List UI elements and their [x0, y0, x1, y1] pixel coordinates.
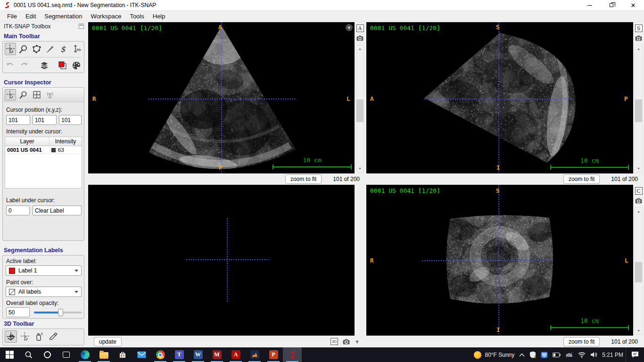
scroll-down-icon[interactable]: ▼	[356, 165, 363, 172]
zoom-to-fit-button[interactable]: zoom to fit	[285, 174, 322, 184]
3d-crosshair-button[interactable]	[19, 330, 31, 343]
inspector-tab-table[interactable]	[31, 89, 42, 100]
clock[interactable]: 5:21 PM	[600, 347, 626, 362]
layer-inspector-button[interactable]	[39, 59, 50, 72]
scrollbar-thumb[interactable]	[356, 99, 363, 122]
close-button[interactable]: ✕	[622, 0, 644, 11]
view-coronal[interactable]: 0001 US 0041 [1/20] S R L I 10 cm	[366, 185, 633, 336]
taskbar-edge[interactable]	[75, 347, 94, 362]
undo-button[interactable]	[5, 59, 17, 72]
crosshair-tool-button[interactable]	[5, 43, 16, 55]
paintbrush-tool-button[interactable]	[44, 43, 56, 55]
taskbar-search-button[interactable]	[19, 347, 38, 362]
slice-scrollbar[interactable]: ▲ ▼	[635, 45, 643, 173]
taskbar-store[interactable]	[113, 347, 132, 362]
opacity-input[interactable]	[6, 307, 30, 317]
intensity-table[interactable]: Layer Intensity 0001 US 0041 63	[5, 137, 82, 189]
minimize-button[interactable]	[579, 0, 601, 11]
defender-tray-icon[interactable]	[527, 347, 538, 362]
menu-edit[interactable]: Edit	[21, 12, 40, 21]
screenshot-camera-icon[interactable]	[343, 339, 350, 345]
scroll-up-icon[interactable]: ▲	[635, 208, 642, 215]
intensity-label: Intensity under cursor:	[6, 128, 62, 135]
zoom-to-fit-button[interactable]: zoom to fit	[563, 337, 600, 346]
action-center-button[interactable]	[626, 347, 644, 362]
view-3d-render[interactable]	[88, 185, 355, 336]
polygon-tool-button[interactable]	[31, 43, 42, 55]
zoom-to-fit-button[interactable]: zoom to fit	[563, 174, 600, 184]
inspector-tab-crosshair[interactable]	[5, 89, 16, 100]
slice-scrollbar[interactable]: ▲ ▼	[356, 45, 364, 173]
menu-segmentation[interactable]: Segmentation	[40, 12, 86, 21]
panel-layout-icon[interactable]: S	[635, 25, 643, 32]
start-button[interactable]	[0, 347, 19, 362]
screenshot-camera-icon[interactable]	[356, 35, 363, 41]
3d-trackball-button[interactable]	[5, 330, 17, 343]
float-panel-icon[interactable]	[79, 24, 84, 29]
cursor-y-input[interactable]	[33, 115, 57, 125]
table-row[interactable]: 0001 US 0041 63	[5, 146, 82, 154]
update-button[interactable]: update	[94, 337, 122, 346]
battery-tray-icon[interactable]	[550, 347, 563, 362]
ultrasound-image-sagittal[interactable]	[366, 22, 633, 173]
snake-tool-button[interactable]: $	[58, 43, 69, 55]
taskbar-itk-snap[interactable]	[283, 347, 302, 362]
scrollbar-thumb[interactable]	[635, 99, 642, 122]
menu-workspace[interactable]: Workspace	[87, 12, 126, 21]
panel-layout-icon[interactable]: A	[356, 25, 364, 32]
menu-tools[interactable]: Tools	[125, 12, 148, 21]
cursor-x-input[interactable]	[6, 115, 30, 125]
slice-scrollbar[interactable]: ▲ ▼	[635, 207, 643, 335]
label-editor-button[interactable]	[70, 59, 82, 72]
taskbar-file-explorer[interactable]	[94, 347, 113, 362]
wifi-tray-icon[interactable]	[576, 347, 588, 362]
scrollbar-thumb[interactable]	[635, 262, 642, 282]
scroll-up-icon[interactable]: ▲	[635, 45, 642, 52]
active-label-dropdown[interactable]: Label 1	[6, 265, 82, 276]
taskbar-powerpoint[interactable]: P	[264, 347, 283, 362]
taskbar-matlab[interactable]	[245, 347, 264, 362]
3d-layout-icon[interactable]: 3D	[330, 338, 338, 345]
scroll-up-icon[interactable]: ▲	[356, 45, 363, 52]
view-sagittal[interactable]: 0001 US 0041 [1/20] S A P I 10 cm	[366, 22, 633, 173]
cortana-button[interactable]	[38, 347, 57, 362]
onedrive-tray-icon[interactable]	[563, 347, 576, 362]
zoom-tool-button[interactable]	[18, 43, 29, 55]
restore-button[interactable]	[601, 0, 622, 11]
tray-expand-button[interactable]	[517, 347, 527, 362]
taskbar-mail[interactable]	[132, 347, 151, 362]
scroll-down-icon[interactable]: ▼	[635, 327, 642, 334]
label-id-input[interactable]	[6, 206, 30, 215]
menu-help[interactable]: Help	[149, 12, 170, 21]
taskbar-acrobat[interactable]: A	[226, 347, 245, 362]
3d-scalpel-button[interactable]	[47, 330, 59, 343]
taskbar-mendeley[interactable]: M	[207, 347, 226, 362]
screenshot-camera-icon[interactable]	[635, 35, 642, 41]
taskbar-word[interactable]: W	[189, 347, 207, 362]
chevron-down-icon[interactable]: ▼	[355, 339, 360, 345]
panel-layout-icon[interactable]: C	[635, 187, 643, 195]
segmentation-layer-button[interactable]	[57, 59, 68, 72]
slider-handle[interactable]	[58, 309, 63, 316]
annotation-tool-button[interactable]: Ab	[71, 43, 82, 55]
view-axial[interactable]: 0001 US 0041 [1/20] A R L P 10 cm ▼	[88, 22, 355, 173]
taskbar-chrome[interactable]	[151, 347, 170, 362]
scroll-down-icon[interactable]: ▼	[635, 165, 642, 172]
cursor-z-input[interactable]	[59, 115, 82, 125]
inspector-tab-zoom[interactable]	[18, 89, 29, 100]
menu-file[interactable]: File	[3, 12, 21, 21]
weather-widget[interactable]: 80°F Sunny	[471, 347, 517, 362]
inspector-tab-probe[interactable]	[44, 89, 56, 100]
label-name-input[interactable]	[33, 206, 82, 215]
redo-button[interactable]	[18, 59, 30, 72]
remote-app-tray-icon[interactable]	[538, 347, 550, 362]
screenshot-camera-icon[interactable]	[635, 198, 642, 204]
opacity-slider[interactable]	[34, 308, 82, 316]
volume-tray-icon[interactable]	[588, 347, 600, 362]
taskbar-teams[interactable]: T	[170, 347, 189, 362]
view-context-menu-button[interactable]: ▼	[346, 24, 353, 31]
task-view-button[interactable]	[57, 347, 75, 362]
svg-text:Ab: Ab	[76, 48, 81, 52]
paint-over-dropdown[interactable]: All labels	[6, 287, 82, 297]
3d-spraypaint-button[interactable]	[33, 330, 45, 343]
